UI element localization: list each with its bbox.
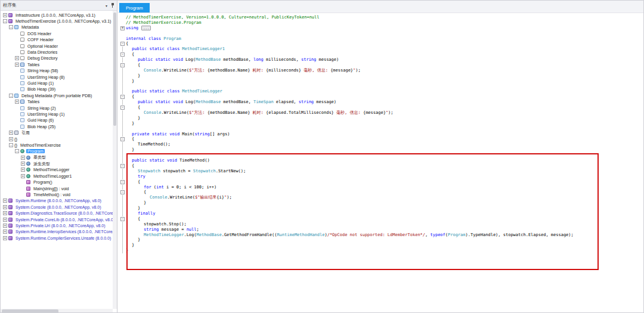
expander-icon[interactable]: - — [9, 25, 13, 29]
expander-icon[interactable]: + — [21, 168, 25, 172]
tree-item[interactable]: +System.Private.Uri (8.0.0.0, .NETCoreAp… — [1, 222, 113, 228]
tree-item[interactable]: -{}MethodTimerExercise — [1, 142, 113, 148]
tree-item[interactable]: +派生类型 — [1, 160, 113, 166]
tree-item[interactable]: +System.Runtime (8.0.0.0, .NETCoreApp, v… — [1, 198, 113, 204]
code-token: ).TypeHandle), stopwatch.Elapsed, messag… — [466, 233, 574, 237]
code-token: [] args) — [210, 132, 230, 137]
expander-icon[interactable]: + — [3, 236, 7, 240]
tree-item[interactable]: Guid Heap (6) — [1, 117, 113, 123]
code-token: } — [138, 237, 140, 242]
tree-item[interactable]: +System.Runtime.CompilerServices.Unsafe … — [1, 235, 113, 241]
expander-icon[interactable]: + — [3, 13, 7, 17]
tree-item[interactable]: +引用 — [1, 129, 113, 135]
tree-item[interactable]: +MethodTimeLogger — [1, 167, 113, 173]
tree-item[interactable]: +Tables — [1, 61, 113, 67]
tree-item[interactable]: +System.Runtime.InteropServices (8.0.0.0… — [1, 229, 113, 235]
code-line: -{ — [119, 105, 643, 110]
expander-icon[interactable]: + — [21, 162, 25, 166]
expander-icon[interactable]: + — [15, 56, 19, 60]
decompiled-code-view[interactable]: // MethodTimerExercise, Version=1.0.0.0,… — [118, 13, 643, 313]
expander-icon[interactable]: + — [3, 205, 7, 209]
fold-toggle-icon[interactable]: - — [119, 137, 126, 142]
expander-icon[interactable]: + — [3, 211, 7, 215]
heap-icon — [20, 81, 24, 85]
tree-item[interactable]: +System.Private.CoreLib (8.0.0.0, .NETCo… — [1, 216, 113, 222]
tree-item[interactable]: Program() — [1, 179, 113, 185]
code-line: // MethodTimerExercise.Program — [119, 20, 643, 26]
fold-toggle-icon[interactable]: - — [119, 163, 126, 169]
code-text: } — [126, 121, 134, 126]
tree-item-label: String Heap (2) — [26, 106, 57, 110]
expander-icon[interactable]: - — [9, 94, 13, 98]
tree-item[interactable]: +System.Diagnostics.TraceSource (8.0.0.0… — [1, 210, 113, 216]
pin-icon[interactable] — [111, 3, 114, 8]
expander-icon[interactable]: + — [9, 137, 13, 141]
tree-item-label: System.Private.CoreLib (8.0.0.0, .NETCor… — [14, 218, 113, 222]
expander-icon[interactable]: + — [3, 230, 7, 234]
window-position-menu-icon[interactable]: ▾ — [106, 4, 107, 8]
tree-item[interactable]: String Heap (58) — [1, 68, 113, 74]
expander-icon[interactable]: + — [3, 218, 7, 222]
tree-item[interactable]: +Infrastructure (1.0.0.0, .NETCoreApp, v… — [1, 12, 113, 18]
tree-item[interactable]: +Tables — [1, 98, 113, 104]
expander-icon[interactable]: + — [15, 63, 19, 67]
tree-item-label: MethodTimerExercise (1.0.0.0, .NETCoreAp… — [14, 19, 112, 23]
code-token: int — [156, 185, 164, 190]
tree-item[interactable]: -Program — [1, 148, 113, 154]
expander-icon[interactable]: + — [15, 100, 19, 104]
tree-item[interactable]: String Heap (2) — [1, 105, 113, 111]
expander-icon[interactable]: + — [21, 174, 25, 178]
expander-icon[interactable]: + — [9, 131, 13, 135]
tree-horizontal-scrollbar[interactable] — [1, 309, 113, 313]
tree-item[interactable]: +System.Console (8.0.0.0, .NETCoreApp, v… — [1, 204, 113, 210]
fold-toggle-icon[interactable]: - — [119, 94, 126, 100]
expander-icon[interactable]: - — [15, 149, 19, 153]
assembly-tree[interactable]: +Infrastructure (1.0.0.0, .NETCoreApp, v… — [1, 11, 113, 309]
tree-item[interactable]: UserString Heap (8) — [1, 74, 113, 80]
expander-spacer — [15, 32, 19, 36]
tree-item[interactable]: +{} — [1, 136, 113, 142]
fold-toggle-icon[interactable]: - — [119, 105, 126, 110]
code-text: } — [126, 116, 140, 121]
tree-item[interactable]: Main(string[]) : void — [1, 185, 113, 191]
tree-item[interactable]: +基类型 — [1, 154, 113, 160]
expander-icon[interactable]: - — [9, 143, 13, 147]
tree-item[interactable]: +Debug Directory — [1, 55, 113, 61]
tree-item[interactable]: DOS Header — [1, 30, 113, 36]
fold-toggle-icon[interactable]: - — [119, 216, 126, 222]
code-line: Console.WriteLine($"方法: {methodBase.Name… — [119, 110, 643, 116]
code-token: } — [138, 116, 140, 120]
tree-item[interactable]: Guid Heap (1) — [1, 80, 113, 86]
tab-program[interactable]: Program — [119, 3, 150, 13]
expander-icon[interactable]: + — [3, 199, 7, 203]
tree-item[interactable]: -Metadata — [1, 24, 113, 30]
code-token: string — [194, 132, 209, 137]
tree-item[interactable]: -MethodTimerExercise (1.0.0.0, .NETCoreA… — [1, 18, 113, 24]
tree-item[interactable]: COFF Header — [1, 37, 113, 43]
fold-toggle-icon[interactable]: - — [119, 52, 126, 57]
tree-item[interactable]: Blob Heap (25) — [1, 123, 113, 129]
tree-vertical-scrollbar[interactable] — [113, 11, 117, 309]
fold-toggle-icon[interactable]: - — [119, 179, 126, 185]
tree-item[interactable]: Data Directories — [1, 49, 113, 55]
fold-toggle-icon[interactable]: - — [119, 190, 126, 195]
expander-icon[interactable]: + — [21, 156, 25, 160]
expander-icon[interactable]: + — [3, 224, 7, 228]
tree-item[interactable]: -Debug Metadata (From portable PDB) — [1, 92, 113, 98]
tree-item[interactable]: Optional Header — [1, 43, 113, 49]
scrollbar-thumb[interactable] — [113, 13, 116, 126]
fold-toggle-icon[interactable]: - — [119, 63, 126, 68]
code-line: } — [119, 243, 643, 248]
expander-icon[interactable]: - — [3, 19, 7, 23]
fold-toggle-icon[interactable]: + — [119, 26, 126, 31]
code-token: MethodBase — [197, 233, 222, 237]
expander-spacer — [15, 118, 19, 122]
code-token: Program — [448, 233, 466, 237]
fold-toggle-icon[interactable]: - — [119, 41, 126, 47]
tree-item[interactable]: UserString Heap (1) — [1, 111, 113, 117]
tree-item[interactable]: Blob Heap (39) — [1, 86, 113, 92]
tree-item[interactable]: +MethodTimeLogger1 — [1, 173, 113, 179]
tree-item[interactable]: TimeMethod() : void — [1, 191, 113, 197]
scrollbar-thumb[interactable] — [2, 309, 58, 313]
code-line: -{ — [119, 41, 643, 47]
